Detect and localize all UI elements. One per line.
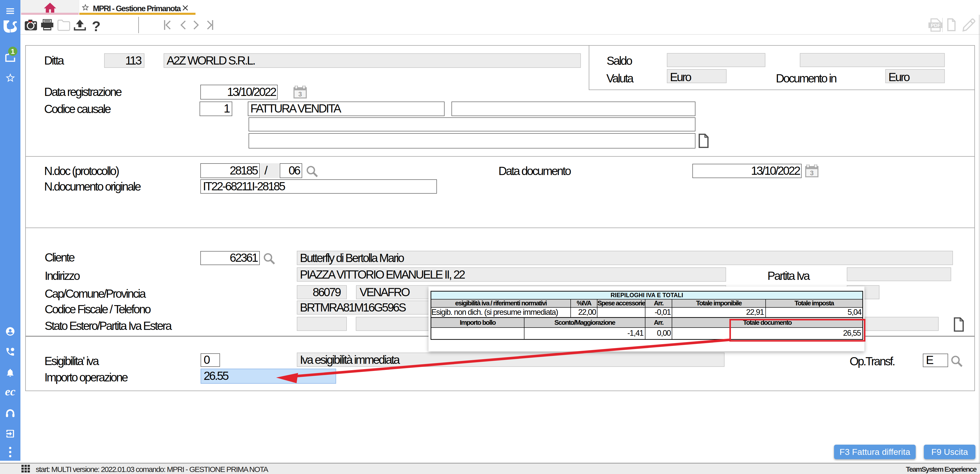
svg-text:1: 1 (11, 48, 15, 56)
svg-text:3: 3 (298, 90, 302, 98)
svg-text:3: 3 (810, 169, 814, 177)
svg-text:PDF: PDF (931, 23, 940, 28)
